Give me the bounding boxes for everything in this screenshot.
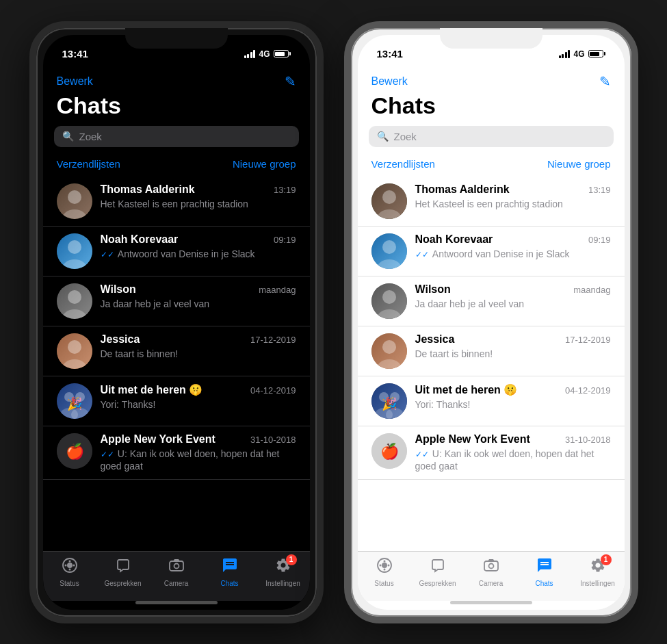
chat-name: Thomas Aalderink [101,183,195,196]
nav-icon-camera [483,557,499,578]
svg-point-43 [382,290,396,304]
network-label: 4G [259,49,270,59]
search-bar[interactable]: 🔍 Zoek [369,126,614,147]
chat-name: Wilson [415,283,451,296]
chat-item[interactable]: WilsonmaandagJa daar heb je al veel van [358,276,625,326]
nav-item-camera[interactable]: Camera [150,557,203,587]
nieuwe-groep-link[interactable]: Nieuwe groep [547,158,611,170]
signal-icon [244,50,256,58]
svg-point-63 [383,568,385,570]
phone-dark: 13:41 4G Bewerk ✎ Chats 🔍 Zoek Verzendli… [29,21,324,623]
chat-name: Apple New York Event [415,433,530,446]
chat-item[interactable]: 🎉 Uit met de heren 🤫04-12-2019Yori: Than… [43,376,310,426]
svg-point-60 [383,560,385,562]
avatar [371,283,407,319]
status-time: 13:41 [377,48,403,60]
chat-time: 13:19 [274,185,296,195]
nav-label-status: Status [60,580,79,587]
svg-point-61 [379,564,381,566]
bewerk-button[interactable]: Bewerk [371,75,408,88]
chat-name: Jessica [415,333,455,346]
notch [125,28,228,49]
chat-preview: De taart is binnen! [415,348,611,360]
chat-preview: Het Kasteel is een prachtig stadion [415,198,611,210]
chat-time: 09:19 [588,235,611,245]
chat-preview: ✓✓ U: Kan ik ook wel doen, hopen dat het… [415,448,611,473]
nav-icon-camera [168,557,185,578]
bewerk-button[interactable]: Bewerk [57,75,93,88]
chat-name: Uit met de heren 🤫 [101,383,203,396]
chat-preview: ✓✓ Antwoord van Denise in je Slack [415,248,611,261]
svg-point-29 [73,564,75,566]
avatar: 🎉 [57,383,92,419]
compose-icon[interactable]: ✎ [599,73,611,90]
nav-item-instellingen[interactable]: 1Instellingen [571,557,625,587]
nav-label-gesprekken: Gesprekken [105,580,142,587]
search-icon: 🔍 [62,131,74,142]
nav-icon-chats [222,557,238,578]
chat-time: maandag [573,285,610,295]
svg-point-39 [382,240,396,254]
chat-item[interactable]: Jessica17-12-2019De taart is binnen! [43,326,310,376]
nav-icon-instellingen: 1 [275,557,291,578]
chat-item[interactable]: Noah Korevaar09:19✓✓ Antwoord van Denise… [43,227,310,276]
svg-text:🎉: 🎉 [382,396,397,411]
chat-time: 31-10-2018 [250,435,296,445]
avatar [371,333,407,369]
nav-icon-gesprekken [430,557,446,578]
svg-point-28 [64,564,66,566]
nav-label-status: Status [374,580,393,587]
nav-item-instellingen[interactable]: 1Instellingen [257,557,310,587]
chat-preview: Het Kasteel is een prachtig stadion [101,198,296,210]
search-placeholder: Zoek [394,131,417,142]
chat-item[interactable]: Noah Korevaar09:19✓✓ Antwoord van Denise… [358,227,625,276]
home-indicator [450,601,532,604]
chat-item[interactable]: 🍎 Apple New York Event31-10-2018✓✓ U: Ka… [43,426,310,480]
chat-item[interactable]: WilsonmaandagJa daar heb je al veel van [43,276,310,326]
chat-item[interactable]: 🎉 Uit met de heren 🤫04-12-2019Yori: Than… [358,376,625,426]
read-receipts: ✓✓ [101,250,116,259]
avatar [57,183,92,219]
chat-item[interactable]: Jessica17-12-2019De taart is binnen! [358,326,625,376]
nav-item-gesprekken[interactable]: Gesprekken [411,557,465,587]
chat-list: Thomas Aalderink13:19Het Kasteel is een … [358,177,625,551]
nav-item-camera[interactable]: Camera [465,557,518,587]
nav-icon-status [62,557,78,578]
avatar [371,183,407,219]
svg-point-27 [68,560,70,562]
chat-item[interactable]: Thomas Aalderink13:19Het Kasteel is een … [43,177,310,227]
chat-preview: De taart is binnen! [101,348,296,360]
chat-list: Thomas Aalderink13:19Het Kasteel is een … [43,177,310,551]
page-title: Chats [358,90,625,126]
nav-label-instellingen: Instellingen [265,580,300,587]
bottom-nav: Status Gesprekken Camera Chats 1Instelli… [358,551,625,601]
svg-point-10 [68,290,81,304]
chat-time: 13:19 [588,185,611,195]
compose-icon[interactable]: ✎ [285,73,296,90]
nieuwe-groep-link[interactable]: Nieuwe groep [233,158,296,170]
chat-item[interactable]: Thomas Aalderink13:19Het Kasteel is een … [358,177,625,227]
svg-point-6 [68,240,81,254]
svg-point-2 [68,190,81,204]
nav-item-gesprekken[interactable]: Gesprekken [96,557,150,587]
phone-light: 13:41 4G Bewerk ✎ Chats 🔍 Zoek Verzendli… [344,21,638,623]
chat-name: Uit met de heren 🤫 [415,383,518,396]
verzendlijsten-link[interactable]: Verzendlijsten [371,158,435,170]
nav-item-status[interactable]: Status [43,557,96,587]
chat-name: Apple New York Event [101,433,215,446]
nav-item-chats[interactable]: Chats [203,557,257,587]
nav-label-instellingen: Instellingen [580,580,615,587]
verzendlijsten-link[interactable]: Verzendlijsten [57,158,120,170]
signal-icon [559,50,571,58]
nav-item-chats[interactable]: Chats [518,557,571,587]
avatar: 🎉 [371,383,407,419]
avatar [57,333,92,369]
chat-item[interactable]: 🍎 Apple New York Event31-10-2018✓✓ U: Ka… [358,426,625,480]
nav-item-status[interactable]: Status [358,557,411,587]
avatar [57,283,92,319]
svg-point-35 [382,190,396,204]
battery-icon [274,50,291,57]
search-bar[interactable]: 🔍 Zoek [54,126,299,147]
chat-time: 04-12-2019 [250,385,296,396]
bottom-nav: Status Gesprekken Camera Chats 1Instelli… [43,551,310,601]
